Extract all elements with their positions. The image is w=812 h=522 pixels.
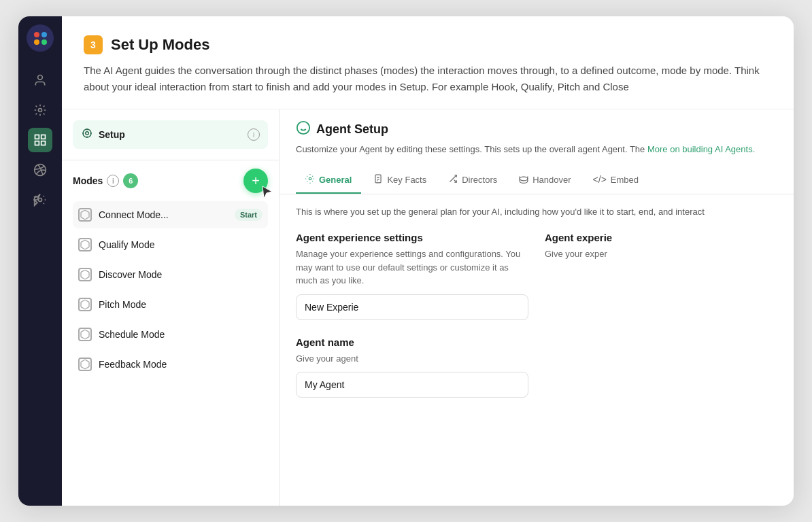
tab-handover-label: Handover [532, 175, 571, 185]
mode-item-schedule[interactable]: Schedule Mode [73, 321, 268, 348]
mode-item-feedback[interactable]: Feedback Mode [73, 351, 268, 378]
content-area: Setup i Modes i 6 [62, 109, 794, 506]
mode-cube-icon [78, 328, 92, 341]
mode-item-connect[interactable]: Connect Mode... Start [73, 201, 268, 228]
mode-item-left: Connect Mode... [78, 208, 169, 222]
tab-general-description: This is where you set up the general pla… [296, 205, 777, 219]
svg-point-7 [39, 198, 42, 202]
mode-name: Qualify Mode [99, 239, 154, 250]
tab-content-general: This is where you set up the general pla… [280, 194, 794, 506]
agent-setup-link[interactable]: More on building AI Agents. [647, 144, 755, 154]
directors-tab-icon [448, 174, 458, 186]
mode-item-left: Qualify Mode [78, 238, 154, 251]
sidebar-item-builder[interactable] [28, 128, 52, 152]
mode-name: Discover Mode [99, 269, 162, 280]
sidebar-item-agents[interactable] [28, 98, 52, 122]
svg-rect-4 [35, 141, 39, 145]
general-tab-icon [305, 174, 315, 186]
modes-count: 6 [123, 173, 138, 188]
mode-name: Feedback Mode [99, 359, 167, 370]
tab-handover[interactable]: Handover [509, 167, 580, 194]
agent-name-section: Agent name Give your agent [296, 336, 777, 398]
setup-info-icon[interactable]: i [248, 128, 260, 141]
setup-icon [81, 127, 93, 142]
modes-section: Modes i 6 + [62, 160, 279, 506]
mode-item-qualify[interactable]: Qualify Mode [73, 231, 268, 258]
experience-name-input[interactable] [296, 294, 528, 320]
mode-item-left: Discover Mode [78, 268, 162, 281]
modes-header-left: Modes i 6 [73, 173, 138, 188]
modes-info-icon[interactable]: i [107, 175, 119, 187]
agent-name-title: Agent name [296, 336, 528, 348]
tab-key-facts[interactable]: Key Facts [364, 167, 436, 194]
agent-name-desc: Give your agent [296, 352, 528, 366]
setup-item-left: Setup [81, 127, 125, 142]
app-container: 3 Set Up Modes The AI Agent guides the c… [18, 16, 794, 506]
setup-nav: Setup i [62, 109, 279, 160]
mode-cube-icon [78, 238, 92, 251]
step-number: 3 [84, 35, 103, 54]
right-panel: Agent Setup Customize your Agent by edit… [280, 109, 794, 506]
start-badge: Start [235, 209, 263, 221]
handover-tab-icon [519, 174, 528, 186]
mode-item-left: Schedule Mode [78, 328, 165, 341]
settings-group-desc: Manage your experience settings and conf… [296, 247, 528, 288]
agent-experience-right: Agent experie Give your exper [545, 232, 777, 320]
svg-rect-3 [41, 135, 46, 139]
page-title: Set Up Modes [111, 36, 209, 54]
settings-group-title: Agent experience settings [296, 232, 528, 243]
svg-point-0 [38, 75, 43, 80]
svg-point-19 [520, 177, 528, 181]
tab-directors-label: Directors [462, 175, 497, 185]
tab-key-facts-label: Key Facts [387, 175, 426, 185]
mode-cube-icon [78, 358, 92, 371]
step-description: The AI Agent guides the conversation thr… [84, 63, 772, 95]
header-section: 3 Set Up Modes The AI Agent guides the c… [62, 16, 794, 109]
svg-point-8 [86, 132, 89, 135]
sidebar-logo[interactable] [27, 24, 54, 52]
svg-rect-2 [35, 135, 39, 139]
sidebar-item-contacts[interactable] [28, 68, 52, 92]
modes-header: Modes i 6 + [73, 169, 268, 193]
main-content: 3 Set Up Modes The AI Agent guides the c… [62, 16, 794, 506]
agent-setup-title: Agent Setup [296, 120, 777, 139]
svg-point-9 [83, 129, 91, 137]
tab-embed-label: Embed [611, 175, 639, 185]
agent-experience-settings: Agent experience settings Manage your ex… [296, 232, 528, 320]
tabs-bar: General Key Facts [280, 167, 794, 194]
sidebar-item-integrations[interactable] [28, 158, 52, 182]
settings-group-desc-right: Give your exper [545, 247, 777, 261]
sidebar [18, 16, 62, 506]
modes-label: Modes [73, 175, 103, 186]
embed-tab-icon: </> [593, 174, 607, 185]
agent-setup-header: Agent Setup Customize your Agent by edit… [280, 109, 794, 167]
mode-cube-icon [78, 268, 92, 281]
tab-general[interactable]: General [296, 167, 361, 194]
setup-label: Setup [99, 129, 125, 140]
mode-item-left: Pitch Mode [78, 298, 146, 311]
key-facts-tab-icon [373, 174, 383, 186]
svg-point-1 [39, 109, 42, 112]
tab-embed[interactable]: </> Embed [583, 167, 648, 194]
step-header: 3 Set Up Modes [84, 35, 772, 54]
svg-rect-5 [41, 141, 46, 145]
mode-name: Pitch Mode [99, 299, 146, 310]
agent-setup-icon [296, 120, 311, 139]
mode-name: Schedule Mode [99, 329, 165, 340]
tab-directors[interactable]: Directors [439, 167, 507, 194]
mode-item-left: Feedback Mode [78, 358, 167, 371]
add-icon: + [252, 173, 260, 189]
add-mode-button[interactable]: + [243, 169, 268, 193]
agent-name-group: Agent name Give your agent [296, 336, 528, 398]
setup-nav-item[interactable]: Setup i [73, 120, 268, 149]
logo-icon [34, 32, 47, 45]
mode-item-pitch[interactable]: Pitch Mode [73, 291, 268, 318]
left-panel: Setup i Modes i 6 [62, 109, 280, 506]
sidebar-item-settings[interactable] [28, 188, 52, 212]
mode-cube-icon [78, 298, 92, 311]
agent-name-input[interactable] [296, 372, 528, 398]
agent-setup-title-text: Agent Setup [316, 122, 388, 137]
mode-item-discover[interactable]: Discover Mode [73, 261, 268, 288]
agent-setup-desc: Customize your Agent by editing these se… [296, 143, 777, 156]
settings-group-title-right: Agent experie [545, 232, 777, 243]
